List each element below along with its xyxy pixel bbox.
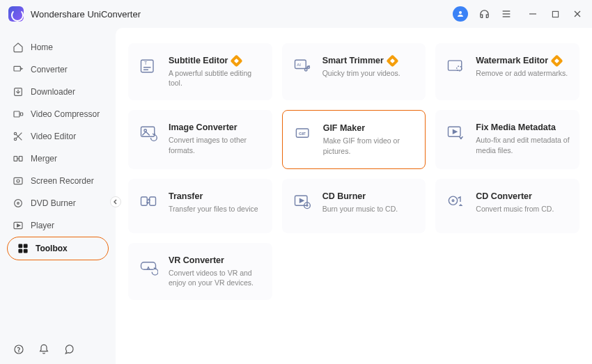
main-area: HomeConverterDownloaderVideo CompressorV… [0,28,592,364]
tool-card-icon [445,191,466,212]
tool-card-title: Fix Media Metadata [476,122,556,132]
tool-card-image-converter[interactable]: Image ConverterConvert images to other f… [128,110,272,168]
svg-point-55 [449,196,458,205]
sidebar-footer [0,335,116,364]
sidebar-item-player[interactable]: Player [0,214,116,237]
minimize-button[interactable] [527,8,539,20]
tool-card-desc: Burn your music to CD. [322,204,416,214]
sidebar-item-toolbox[interactable]: Toolbox [7,237,109,260]
tool-card-body: Image ConverterConvert images to other f… [169,122,263,156]
svg-point-0 [459,11,462,14]
bell-icon [38,344,49,355]
sidebar-item-video-editor[interactable]: Video Editor [0,125,116,148]
svg-rect-11 [14,111,20,117]
headset-icon [478,8,490,20]
tool-card-icon: T [138,56,159,77]
help-icon [13,344,24,355]
chat-icon [63,344,75,355]
menu-button[interactable] [500,8,513,20]
svg-rect-12 [20,113,22,116]
scissors-icon [13,131,24,142]
svg-point-31 [19,351,20,352]
tool-card-body: VR ConverterConvert videos to VR and enj… [169,255,263,287]
sidebar-item-screen-recorder[interactable]: Screen Recorder [0,170,116,192]
close-button[interactable] [571,8,584,20]
tool-card-title: CD Burner [322,191,366,201]
converter-icon [13,64,24,75]
sidebar-item-label: Toolbox [36,244,68,253]
tool-card-cd-burner[interactable]: CD BurnerBurn your music to CD. [282,179,426,233]
tool-card-desc: Auto-fix and edit metadata of media file… [476,135,570,155]
notifications-button[interactable] [38,343,50,356]
feedback-button[interactable] [63,343,75,356]
tool-card-title-row: Watermark Editor [476,56,570,65]
premium-badge-icon [386,54,398,67]
merge-icon [13,153,24,164]
sidebar-item-dvd-burner[interactable]: DVD Burner [0,192,116,214]
svg-rect-29 [24,249,27,253]
tool-card-title: GIF Maker [323,123,365,133]
svg-rect-5 [552,11,558,17]
compress-icon [13,109,24,120]
tool-card-title-row: GIF Maker [323,123,416,133]
hamburger-icon [501,8,512,19]
help-button[interactable] [13,343,25,356]
trimmer-icon: AI [293,56,312,76]
svg-rect-32 [141,60,154,72]
content-panel: TSubtitle EditorA powerful subtitle edit… [116,28,592,364]
tool-card-body: Fix Media MetadataAuto-fix and edit meta… [476,122,570,156]
metadata-icon [446,123,465,143]
sidebar-icon [13,42,24,53]
titlebar-right [453,6,584,22]
sidebar-collapse-button[interactable] [110,196,121,207]
tool-card-title-row: VR Converter [169,255,263,265]
tool-card-title: Watermark Editor [476,56,548,65]
tool-card-cd-converter[interactable]: CD ConverterConvert music from CD. [435,179,579,233]
titlebar: Wondershare UniConverter [0,0,592,28]
svg-marker-25 [17,224,20,227]
sidebar-item-home[interactable]: Home [0,36,116,58]
tool-card-body: TransferTransfer your files to device [169,191,263,221]
tool-card-desc: Make GIF from video or pictures. [323,136,416,155]
tool-card-body: Smart TrimmerQuicky trim your videos. [322,56,416,88]
toolbox-icon [17,243,29,254]
svg-point-13 [14,132,16,134]
svg-rect-57 [141,262,156,269]
sidebar-icon [17,243,29,254]
tool-card-smart-trimmer[interactable]: AISmart TrimmerQuicky trim your videos. [282,43,426,100]
tool-card-body: CD BurnerBurn your music to CD. [322,191,416,221]
dvd-icon [13,198,24,209]
tool-card-icon [292,191,313,212]
sidebar-icon [13,109,24,120]
sidebar-item-merger[interactable]: Merger [0,148,116,170]
close-icon [573,10,582,18]
maximize-button[interactable] [549,8,561,20]
tool-card-title-row: Transfer [169,191,263,201]
cdconv-icon [446,192,465,212]
tool-card-subtitle-editor[interactable]: TSubtitle EditorA powerful subtitle edit… [128,43,272,100]
tool-card-desc: Convert music from CD. [476,204,570,214]
svg-rect-20 [14,177,22,184]
svg-text:T: T [144,61,148,65]
support-button[interactable] [478,8,490,20]
tool-card-vr-converter[interactable]: VR ConverterConvert videos to VR and enj… [128,243,272,300]
tool-card-gif-maker[interactable]: GIFGIF MakerMake GIF from video or pictu… [282,110,426,168]
maximize-icon [552,10,559,18]
account-button[interactable] [453,6,468,22]
tool-card-watermark-editor[interactable]: Watermark EditorRemove or add watermarks… [435,43,579,100]
tool-card-icon [138,191,159,212]
svg-rect-27 [24,244,27,248]
play-icon [13,220,24,231]
download-icon [13,86,24,97]
sidebar-item-downloader[interactable]: Downloader [0,81,116,103]
tool-card-fix-media-metadata[interactable]: Fix Media MetadataAuto-fix and edit meta… [435,110,579,168]
sidebar-icon [13,86,24,97]
tool-card-desc: Remove or add watermarks. [476,68,570,78]
svg-rect-50 [150,197,156,205]
sidebar-item-video-compressor[interactable]: Video Compressor [0,103,116,125]
cdburn-icon [293,192,312,212]
sidebar-item-converter[interactable]: Converter [0,58,116,81]
tool-card-transfer[interactable]: TransferTransfer your files to device [128,179,272,233]
svg-rect-49 [141,197,148,205]
tool-card-body: Watermark EditorRemove or add watermarks… [476,56,570,88]
